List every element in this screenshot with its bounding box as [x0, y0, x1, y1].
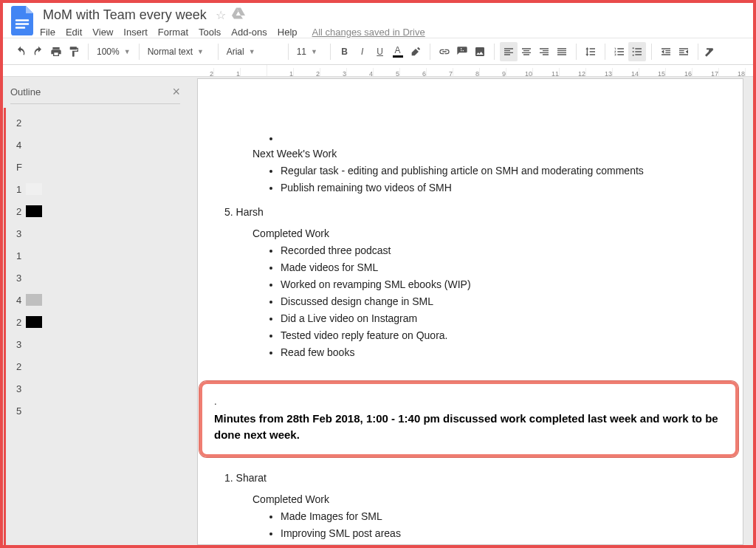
- indent-decrease-button[interactable]: [657, 42, 675, 61]
- underline-button[interactable]: U: [371, 42, 389, 61]
- list-item: Regular task - editing and publishing ar…: [281, 163, 718, 179]
- redo-button[interactable]: [30, 42, 47, 61]
- star-icon[interactable]: ☆: [216, 8, 226, 22]
- highlight-button[interactable]: [407, 42, 425, 61]
- paragraph-style-select[interactable]: Normal text▼: [142, 42, 216, 61]
- horizontal-ruler[interactable]: 2112345678910111213141516171819: [3, 65, 753, 77]
- menu-insert[interactable]: Insert: [123, 27, 148, 38]
- image-button[interactable]: [471, 42, 489, 61]
- outline-item[interactable]: 2: [12, 355, 180, 377]
- list-item: Read few books: [281, 345, 718, 360]
- document-page[interactable]: Next Week's Work Regular task - editing …: [197, 78, 743, 545]
- menu-bar: File Edit View Insert Format Tools Add-o…: [40, 24, 747, 40]
- empty-bullet: [281, 131, 718, 146]
- outline-pane: Outline × 24F12313423235: [3, 77, 188, 545]
- next-week-label: Next Week's Work: [252, 148, 337, 160]
- bullet-list-button[interactable]: [628, 42, 646, 61]
- close-icon[interactable]: ×: [172, 84, 180, 100]
- outline-indicator-line: [4, 108, 6, 545]
- align-left-button[interactable]: [500, 42, 518, 61]
- line-spacing-button[interactable]: [582, 42, 599, 61]
- list-item: Recorded three podcast: [281, 243, 718, 258]
- outline-item[interactable]: 1: [12, 244, 180, 267]
- outline-item[interactable]: F: [12, 156, 180, 178]
- list-item: Tested video reply feature on Quora.: [281, 328, 718, 343]
- save-status-link[interactable]: All changes saved in Drive: [312, 27, 425, 38]
- menu-view[interactable]: View: [92, 27, 113, 38]
- align-right-button[interactable]: [535, 42, 553, 61]
- document-canvas[interactable]: Next Week's Work Regular task - editing …: [188, 77, 753, 545]
- outline-item[interactable]: 4: [12, 289, 180, 311]
- toolbar: 100%▼ Normal text▼ Arial▼ 11▼ B I U A: [3, 38, 753, 65]
- person-sharat-heading: 1. Sharat: [224, 470, 718, 486]
- outline-item[interactable]: 3: [12, 267, 180, 289]
- completed-work-label: Completed Work: [252, 226, 718, 242]
- outline-item[interactable]: 3: [12, 333, 180, 355]
- svg-rect-1: [16, 23, 29, 25]
- list-item: Improving SML post areas: [281, 526, 718, 541]
- drive-status-icon[interactable]: [232, 7, 245, 22]
- menu-tools[interactable]: Tools: [199, 27, 221, 38]
- docs-logo-icon[interactable]: [7, 6, 37, 35]
- list-item: Worked on revamping SML ebooks (WIP): [281, 277, 718, 292]
- menu-edit[interactable]: Edit: [66, 27, 82, 38]
- menu-file[interactable]: File: [40, 27, 55, 38]
- print-button[interactable]: [47, 42, 65, 61]
- menu-addons[interactable]: Add-ons: [231, 27, 267, 38]
- outline-item[interactable]: 2: [12, 112, 180, 134]
- italic-button[interactable]: I: [354, 42, 371, 61]
- list-item: Created Youtube Thumbnail for SML and Co…: [281, 543, 718, 546]
- list-item: Made Images for SML: [281, 509, 718, 524]
- font-size-select[interactable]: 11▼: [291, 42, 328, 61]
- highlighted-minutes-box: . Minutes from 28th Feb 2018, 1:00 - 1:4…: [199, 381, 738, 457]
- comment-button[interactable]: [453, 42, 471, 61]
- outline-item[interactable]: 1: [12, 178, 180, 200]
- menu-help[interactable]: Help: [278, 27, 298, 38]
- numbered-list-button[interactable]: [611, 42, 628, 61]
- paint-format-button[interactable]: [65, 42, 83, 61]
- minutes-heading: Minutes from 28th Feb 2018, 1:00 - 1:40 …: [214, 411, 724, 444]
- menu-format[interactable]: Format: [158, 27, 188, 38]
- completed-work-label-sharat: Completed Work: [252, 492, 718, 507]
- list-item: Did a Live video on Instagram: [281, 311, 718, 326]
- link-button[interactable]: [436, 42, 453, 61]
- outline-item[interactable]: 3: [12, 377, 180, 400]
- clear-format-button[interactable]: [701, 42, 718, 61]
- undo-button[interactable]: [12, 42, 30, 61]
- bold-button[interactable]: B: [336, 42, 354, 61]
- app-header: MoM with Team every week ☆ File Edit Vie…: [3, 3, 753, 38]
- outline-item[interactable]: 2: [12, 311, 180, 333]
- text-color-button[interactable]: A: [389, 42, 407, 61]
- list-item: Discussed design change in SML: [281, 294, 718, 309]
- outline-item[interactable]: 5: [12, 400, 180, 422]
- zoom-select[interactable]: 100%▼: [91, 42, 137, 61]
- person-harsh-heading: 5. Harsh: [224, 205, 718, 220]
- outline-item[interactable]: 2: [12, 200, 180, 222]
- document-title[interactable]: MoM with Team every week: [40, 7, 210, 23]
- svg-rect-0: [16, 19, 29, 21]
- indent-increase-button[interactable]: [675, 42, 693, 61]
- align-center-button[interactable]: [518, 42, 535, 61]
- list-item: Made videos for SML: [281, 260, 718, 275]
- outline-title: Outline: [10, 86, 41, 97]
- list-item: Publish remaining two videos of SMH: [281, 180, 718, 196]
- font-select[interactable]: Arial▼: [221, 42, 286, 61]
- outline-item[interactable]: 4: [12, 134, 180, 156]
- align-justify-button[interactable]: [553, 42, 571, 61]
- svg-rect-2: [16, 27, 25, 29]
- outline-item[interactable]: 3: [12, 222, 180, 244]
